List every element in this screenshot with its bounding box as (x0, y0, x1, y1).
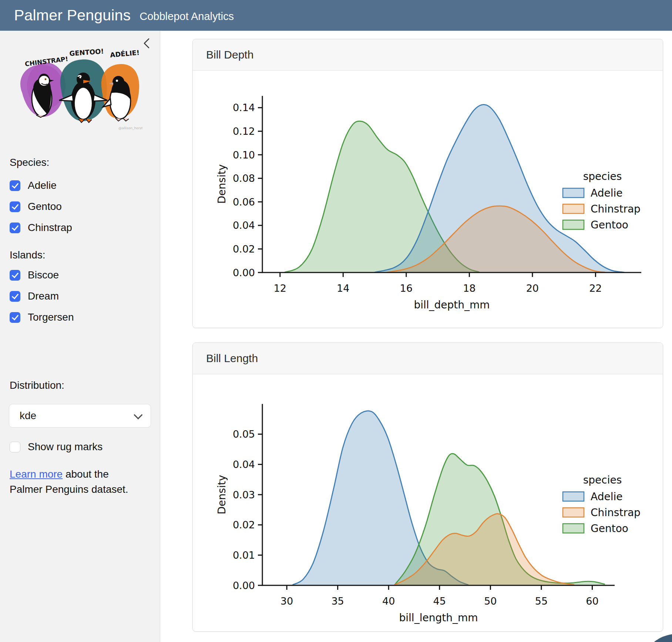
checkbox-label: Dream (28, 290, 59, 302)
penguins-artwork: CHINSTRAP! GENTOO! ADÉLIE! @allison_hors… (7, 45, 142, 132)
chevron-left-icon (141, 36, 153, 51)
app-title: Palmer Penguins (14, 7, 131, 24)
checkbox-adelie[interactable] (10, 180, 20, 191)
app-subtitle: Cobblepot Analytics (140, 10, 234, 23)
svg-text:species: species (583, 170, 622, 183)
species-group-label: Species: (10, 157, 49, 168)
svg-text:60: 60 (586, 595, 598, 607)
svg-text:0.00: 0.00 (233, 267, 255, 278)
svg-text:Chinstrap: Chinstrap (591, 203, 641, 215)
checkbox-dream[interactable] (10, 291, 20, 302)
svg-text:40: 40 (382, 595, 395, 607)
svg-text:Density: Density (216, 164, 228, 204)
svg-text:Adelie: Adelie (591, 491, 622, 503)
svg-text:0.05: 0.05 (233, 428, 255, 440)
svg-text:55: 55 (535, 595, 548, 607)
svg-text:20: 20 (526, 282, 539, 294)
svg-text:Gentoo: Gentoo (591, 219, 628, 231)
main-content: Bill Depth 1214161820220.000.020.040.060… (161, 31, 672, 642)
svg-text:0.12: 0.12 (233, 126, 255, 137)
islands-group-label: Islands: (10, 249, 46, 261)
svg-text:50: 50 (484, 595, 497, 607)
checkbox-label: Torgersen (28, 311, 74, 323)
svg-text:35: 35 (331, 595, 344, 607)
svg-text:0.01: 0.01 (233, 549, 255, 561)
checkbox-row-biscoe[interactable]: Biscoe (10, 268, 59, 282)
card-bill-length: Bill Length 303540455055600.000.010.020.… (192, 342, 663, 632)
svg-text:Chinstrap: Chinstrap (591, 506, 641, 519)
checkbox-row-adelie[interactable]: Adelie (10, 178, 57, 193)
checkbox-row-chinstrap[interactable]: Chinstrap (10, 220, 72, 235)
svg-text:species: species (583, 474, 622, 486)
bill-depth-plot: 1214161820220.000.020.040.060.080.100.12… (193, 71, 663, 328)
card-bill-depth: Bill Depth 1214161820220.000.020.040.060… (192, 39, 663, 328)
svg-text:Adelie: Adelie (591, 187, 622, 199)
checkbox-torgersen[interactable] (10, 312, 20, 323)
checkbox-label: Gentoo (28, 201, 62, 213)
svg-text:0.02: 0.02 (233, 519, 255, 531)
distribution-select[interactable]: kde (9, 404, 151, 428)
checkbox-label: Show rug marks (28, 441, 103, 453)
card-title-bill-depth: Bill Depth (193, 39, 663, 71)
learn-more-link[interactable]: Learn more (10, 468, 63, 480)
svg-text:30: 30 (280, 595, 293, 607)
svg-text:Gentoo: Gentoo (591, 522, 628, 535)
distribution-label: Distribution: (10, 379, 64, 391)
artwork-label-adelie: ADÉLIE! (110, 49, 140, 59)
svg-text:12: 12 (274, 282, 286, 294)
svg-text:bill_length_mm: bill_length_mm (399, 612, 478, 624)
checkbox-row-torgersen[interactable]: Torgersen (10, 310, 74, 325)
artwork-credit: @allison_horst (118, 126, 142, 130)
svg-text:0.02: 0.02 (233, 243, 255, 255)
sidebar-collapse-button[interactable] (141, 36, 153, 51)
artwork-label-gentoo: GENTOO! (69, 47, 104, 57)
svg-text:14: 14 (337, 282, 349, 294)
svg-text:0.04: 0.04 (233, 459, 255, 470)
distribution-selected-value: kde (20, 410, 36, 422)
svg-text:16: 16 (400, 282, 413, 294)
checkbox-gentoo[interactable] (10, 201, 20, 212)
svg-text:45: 45 (433, 595, 446, 607)
svg-text:22: 22 (589, 282, 602, 294)
svg-text:18: 18 (463, 282, 476, 294)
svg-text:0.00: 0.00 (233, 580, 255, 591)
svg-text:0.06: 0.06 (233, 196, 255, 208)
svg-text:0.10: 0.10 (233, 149, 255, 161)
bill-length-figure: 303540455055600.000.010.020.030.040.05bi… (193, 374, 663, 631)
svg-text:0.08: 0.08 (233, 173, 255, 184)
svg-text:0.03: 0.03 (233, 489, 255, 501)
checkbox-biscoe[interactable] (10, 270, 20, 281)
app-header: Palmer Penguins Cobblepot Analytics (0, 0, 672, 31)
checkbox-label: Adelie (28, 180, 57, 191)
checkbox-chinstrap[interactable] (10, 223, 20, 233)
checkbox-row-rug-marks[interactable]: Show rug marks (10, 439, 103, 454)
learn-more-text: Learn more about the Palmer Penguins dat… (10, 467, 143, 497)
checkbox-row-gentoo[interactable]: Gentoo (10, 199, 62, 214)
checkbox-label: Chinstrap (28, 222, 72, 234)
bill-depth-figure: 1214161820220.000.020.040.060.080.100.12… (193, 71, 663, 328)
svg-text:bill_depth_mm: bill_depth_mm (414, 299, 490, 311)
chevron-down-icon (134, 410, 142, 419)
svg-text:0.04: 0.04 (233, 220, 255, 231)
checkbox-rug-marks[interactable] (10, 442, 20, 452)
sidebar: CHINSTRAP! GENTOO! ADÉLIE! @allison_hors… (0, 31, 160, 642)
checkbox-label: Biscoe (28, 269, 59, 281)
svg-text:Density: Density (216, 475, 228, 514)
svg-text:0.14: 0.14 (233, 102, 255, 113)
checkbox-row-dream[interactable]: Dream (10, 289, 59, 304)
bill-length-plot: 303540455055600.000.010.020.030.040.05bi… (193, 374, 663, 631)
card-title-bill-length: Bill Length (193, 343, 663, 374)
